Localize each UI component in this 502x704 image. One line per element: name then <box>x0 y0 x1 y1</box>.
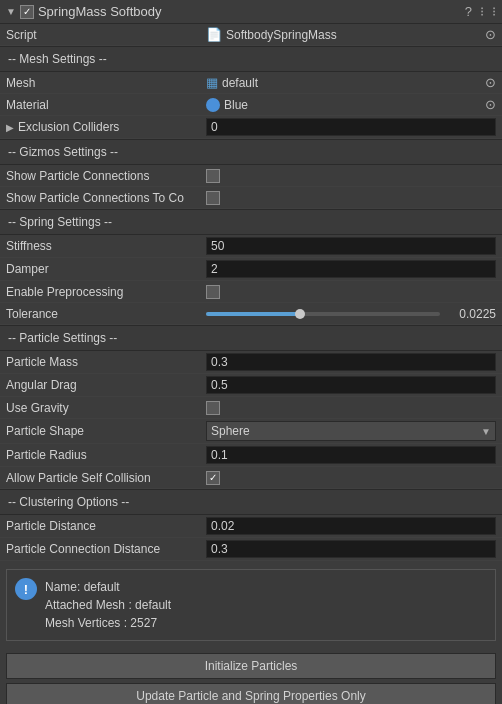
mesh-value-text: default <box>222 76 258 90</box>
particle-settings-header: -- Particle Settings -- <box>0 325 502 351</box>
tolerance-slider-container: 0.0225 <box>206 307 496 321</box>
exclusion-label-text: Exclusion Colliders <box>18 120 119 134</box>
tolerance-slider-thumb[interactable] <box>295 309 305 319</box>
show-connections-value <box>206 169 496 183</box>
particle-radius-row: Particle Radius <box>0 444 502 467</box>
script-options-icon[interactable]: ⊙ <box>485 27 496 42</box>
use-gravity-label: Use Gravity <box>6 401 206 415</box>
info-name-line: Name: default <box>45 578 171 596</box>
show-connections-row: Show Particle Connections <box>0 165 502 187</box>
exclusion-label: ▶ Exclusion Colliders <box>6 120 206 134</box>
component-enabled-checkbox[interactable] <box>20 5 34 19</box>
damper-input[interactable] <box>206 260 496 278</box>
exclusion-arrow-icon[interactable]: ▶ <box>6 122 14 133</box>
particle-shape-row: Particle Shape Sphere ▼ <box>0 419 502 444</box>
clustering-options-header: -- Clustering Options -- <box>0 489 502 515</box>
help-icon[interactable]: ? <box>465 4 472 19</box>
use-gravity-value <box>206 401 496 415</box>
tolerance-label: Tolerance <box>6 307 206 321</box>
more-icon[interactable]: ⁝ <box>492 4 496 19</box>
material-color-icon <box>206 98 220 112</box>
particle-distance-value-container <box>206 517 496 535</box>
stiffness-input[interactable] <box>206 237 496 255</box>
enable-preprocessing-label: Enable Preprocessing <box>6 285 206 299</box>
stiffness-value-container <box>206 237 496 255</box>
particle-distance-input[interactable] <box>206 517 496 535</box>
info-icon: ! <box>15 578 37 600</box>
exclusion-value-input[interactable] <box>206 118 496 136</box>
tolerance-row: Tolerance 0.0225 <box>0 303 502 325</box>
script-value-text: SoftbodySpringMass <box>226 28 337 42</box>
mesh-icon: ▦ <box>206 75 218 90</box>
particle-mass-value-container <box>206 353 496 371</box>
script-label: Script <box>6 28 206 42</box>
update-properties-button[interactable]: Update Particle and Spring Properties On… <box>6 683 496 704</box>
script-value: 📄 SoftbodySpringMass <box>206 27 485 42</box>
connection-distance-row: Particle Connection Distance <box>0 538 502 561</box>
particle-distance-row: Particle Distance <box>0 515 502 538</box>
material-options-icon[interactable]: ⊙ <box>485 97 496 112</box>
mesh-options-icon[interactable]: ⊙ <box>485 75 496 90</box>
damper-value-container <box>206 260 496 278</box>
show-connections-col-checkbox[interactable] <box>206 191 220 205</box>
particle-radius-input[interactable] <box>206 446 496 464</box>
enable-preprocessing-value <box>206 285 496 299</box>
self-collision-label: Allow Particle Self Collision <box>6 471 206 485</box>
connection-distance-label: Particle Connection Distance <box>6 542 206 556</box>
damper-label: Damper <box>6 262 206 276</box>
tolerance-value-text: 0.0225 <box>446 307 496 321</box>
initialize-particles-button[interactable]: Initialize Particles <box>6 653 496 679</box>
particle-mass-label: Particle Mass <box>6 355 206 369</box>
exclusion-row: ▶ Exclusion Colliders <box>0 116 502 139</box>
particle-shape-value-container: Sphere ▼ <box>206 421 496 441</box>
self-collision-value <box>206 471 496 485</box>
show-connections-col-row: Show Particle Connections To Co <box>0 187 502 209</box>
particle-radius-value-container <box>206 446 496 464</box>
settings-icon[interactable]: ⁝ <box>480 4 484 19</box>
header-left: ▼ SpringMass Softbody <box>6 4 461 19</box>
tolerance-slider-fill <box>206 312 300 316</box>
component-title: SpringMass Softbody <box>38 4 162 19</box>
tolerance-value-container: 0.0225 <box>206 307 496 321</box>
info-mesh-line: Attached Mesh : default <box>45 596 171 614</box>
use-gravity-row: Use Gravity <box>0 397 502 419</box>
connection-distance-value-container <box>206 540 496 558</box>
spring-settings-header: -- Spring Settings -- <box>0 209 502 235</box>
damper-row: Damper <box>0 258 502 281</box>
angular-drag-label: Angular Drag <box>6 378 206 392</box>
exclusion-value-container <box>206 118 496 136</box>
header-right: ? ⁝ ⁝ <box>465 4 496 19</box>
enable-preprocessing-row: Enable Preprocessing <box>0 281 502 303</box>
script-row: Script 📄 SoftbodySpringMass ⊙ <box>0 24 502 46</box>
collapse-arrow-icon[interactable]: ▼ <box>6 6 16 17</box>
stiffness-label: Stiffness <box>6 239 206 253</box>
angular-drag-input[interactable] <box>206 376 496 394</box>
particle-shape-selected-value: Sphere <box>211 424 250 438</box>
show-connections-col-value <box>206 191 496 205</box>
use-gravity-checkbox[interactable] <box>206 401 220 415</box>
show-connections-label: Show Particle Connections <box>6 169 206 183</box>
particle-mass-input[interactable] <box>206 353 496 371</box>
material-row: Material Blue ⊙ <box>0 94 502 116</box>
mesh-value-container: ▦ default <box>206 75 485 90</box>
particle-radius-label: Particle Radius <box>6 448 206 462</box>
gizmos-settings-header: -- Gizmos Settings -- <box>0 139 502 165</box>
show-connections-checkbox[interactable] <box>206 169 220 183</box>
connection-distance-input[interactable] <box>206 540 496 558</box>
info-box: ! Name: default Attached Mesh : default … <box>6 569 496 641</box>
buttons-container: Initialize Particles Update Particle and… <box>0 649 502 704</box>
particle-shape-select[interactable]: Sphere ▼ <box>206 421 496 441</box>
angular-drag-value-container <box>206 376 496 394</box>
component-header: ▼ SpringMass Softbody ? ⁝ ⁝ <box>0 0 502 24</box>
material-value-text: Blue <box>224 98 248 112</box>
select-arrow-icon: ▼ <box>481 426 491 437</box>
info-vertices-line: Mesh Vertices : 2527 <box>45 614 171 632</box>
mesh-label: Mesh <box>6 76 206 90</box>
particle-shape-label: Particle Shape <box>6 424 206 438</box>
particle-distance-label: Particle Distance <box>6 519 206 533</box>
self-collision-checkbox[interactable] <box>206 471 220 485</box>
enable-preprocessing-checkbox[interactable] <box>206 285 220 299</box>
script-icon: 📄 <box>206 27 222 42</box>
tolerance-slider-track[interactable] <box>206 312 440 316</box>
mesh-row: Mesh ▦ default ⊙ <box>0 72 502 94</box>
